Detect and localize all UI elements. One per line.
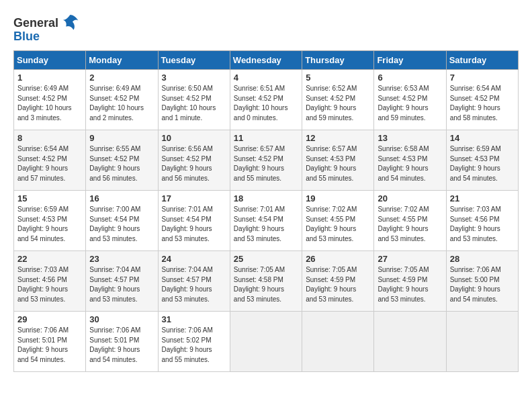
calendar-cell: 5Sunrise: 6:52 AMSunset: 4:52 PMDaylight… [302,70,374,130]
day-number: 1 [17,73,82,83]
cell-info: Sunrise: 7:02 AMSunset: 4:55 PMDaylight:… [378,205,442,244]
calendar-cell: 25Sunrise: 7:05 AMSunset: 4:58 PMDayligh… [230,251,302,312]
day-number: 30 [89,314,154,324]
day-number: 29 [17,314,82,324]
day-number: 6 [378,73,442,83]
calendar-cell: 16Sunrise: 7:00 AMSunset: 4:54 PMDayligh… [86,191,158,251]
cell-info: Sunrise: 7:01 AMSunset: 4:54 PMDaylight:… [162,205,226,244]
cell-info: Sunrise: 6:52 AMSunset: 4:52 PMDaylight:… [306,84,370,123]
calendar-cell: 26Sunrise: 7:05 AMSunset: 4:59 PMDayligh… [302,251,374,312]
day-number: 20 [378,193,442,203]
day-number: 4 [234,73,298,83]
day-number: 11 [234,133,298,143]
calendar-cell: 18Sunrise: 7:01 AMSunset: 4:54 PMDayligh… [230,191,302,251]
cell-info: Sunrise: 7:03 AMSunset: 4:56 PMDaylight:… [17,265,82,304]
calendar-cell: 29Sunrise: 7:06 AMSunset: 5:01 PMDayligh… [14,312,86,372]
header-thursday: Thursday [302,51,374,70]
day-number: 10 [162,133,226,143]
cell-info: Sunrise: 7:06 AMSunset: 5:00 PMDaylight:… [450,265,515,304]
calendar-cell: 14Sunrise: 6:59 AMSunset: 4:53 PMDayligh… [446,130,518,191]
cell-info: Sunrise: 6:49 AMSunset: 4:52 PMDaylight:… [89,84,154,123]
logo-bird-icon [58,13,82,32]
day-number: 23 [89,254,154,264]
week-row-2: 8Sunrise: 6:54 AMSunset: 4:52 PMDaylight… [14,130,519,191]
week-row-3: 15Sunrise: 6:59 AMSunset: 4:53 PMDayligh… [14,191,519,251]
calendar-cell: 19Sunrise: 7:02 AMSunset: 4:55 PMDayligh… [302,191,374,251]
header: General Blue [13,13,519,44]
cell-info: Sunrise: 6:56 AMSunset: 4:52 PMDaylight:… [162,144,226,183]
day-number: 28 [450,254,515,264]
logo-general-text: General [13,16,58,30]
day-number: 22 [17,254,82,264]
cell-info: Sunrise: 7:04 AMSunset: 4:57 PMDaylight:… [162,265,226,304]
cell-info: Sunrise: 6:57 AMSunset: 4:53 PMDaylight:… [306,144,370,183]
calendar-cell [302,312,374,372]
cell-info: Sunrise: 7:04 AMSunset: 4:57 PMDaylight:… [89,265,154,304]
cell-info: Sunrise: 7:05 AMSunset: 4:58 PMDaylight:… [234,265,298,304]
calendar-cell: 21Sunrise: 7:03 AMSunset: 4:56 PMDayligh… [446,191,518,251]
cell-info: Sunrise: 6:50 AMSunset: 4:52 PMDaylight:… [162,84,226,123]
calendar-cell: 24Sunrise: 7:04 AMSunset: 4:57 PMDayligh… [158,251,230,312]
calendar-cell: 7Sunrise: 6:54 AMSunset: 4:52 PMDaylight… [446,70,518,130]
day-number: 24 [162,254,226,264]
calendar-cell: 11Sunrise: 6:57 AMSunset: 4:52 PMDayligh… [230,130,302,191]
calendar-cell: 17Sunrise: 7:01 AMSunset: 4:54 PMDayligh… [158,191,230,251]
day-number: 18 [234,193,298,203]
week-row-4: 22Sunrise: 7:03 AMSunset: 4:56 PMDayligh… [14,251,519,312]
cell-info: Sunrise: 7:06 AMSunset: 5:01 PMDaylight:… [89,326,154,365]
header-wednesday: Wednesday [230,51,302,70]
calendar-cell: 3Sunrise: 6:50 AMSunset: 4:52 PMDaylight… [158,70,230,130]
cell-info: Sunrise: 6:51 AMSunset: 4:52 PMDaylight:… [234,84,298,123]
cell-info: Sunrise: 6:58 AMSunset: 4:53 PMDaylight:… [378,144,442,183]
header-sunday: Sunday [14,51,86,70]
calendar-cell: 6Sunrise: 6:53 AMSunset: 4:52 PMDaylight… [374,70,446,130]
calendar-cell: 15Sunrise: 6:59 AMSunset: 4:53 PMDayligh… [14,191,86,251]
logo-blue-text: Blue [13,30,40,44]
calendar-cell: 9Sunrise: 6:55 AMSunset: 4:52 PMDaylight… [86,130,158,191]
calendar-cell [374,312,446,372]
cell-info: Sunrise: 6:55 AMSunset: 4:52 PMDaylight:… [89,144,154,183]
day-number: 15 [17,193,82,203]
day-number: 9 [89,133,154,143]
cell-info: Sunrise: 7:06 AMSunset: 5:01 PMDaylight:… [17,326,82,365]
calendar-cell: 22Sunrise: 7:03 AMSunset: 4:56 PMDayligh… [14,251,86,312]
calendar-cell [230,312,302,372]
cell-info: Sunrise: 7:06 AMSunset: 5:02 PMDaylight:… [162,326,226,365]
day-number: 16 [89,193,154,203]
cell-info: Sunrise: 7:01 AMSunset: 4:54 PMDaylight:… [234,205,298,244]
week-row-5: 29Sunrise: 7:06 AMSunset: 5:01 PMDayligh… [14,312,519,372]
day-number: 12 [306,133,370,143]
header-monday: Monday [86,51,158,70]
day-number: 19 [306,193,370,203]
cell-info: Sunrise: 6:53 AMSunset: 4:52 PMDaylight:… [378,84,442,123]
calendar-cell: 27Sunrise: 7:05 AMSunset: 4:59 PMDayligh… [374,251,446,312]
day-number: 5 [306,73,370,83]
day-number: 7 [450,73,515,83]
day-number: 17 [162,193,226,203]
cell-info: Sunrise: 6:59 AMSunset: 4:53 PMDaylight:… [450,144,515,183]
cell-info: Sunrise: 7:03 AMSunset: 4:56 PMDaylight:… [450,205,515,244]
calendar-cell: 30Sunrise: 7:06 AMSunset: 5:01 PMDayligh… [86,312,158,372]
header-friday: Friday [374,51,446,70]
calendar-cell: 20Sunrise: 7:02 AMSunset: 4:55 PMDayligh… [374,191,446,251]
cell-info: Sunrise: 7:02 AMSunset: 4:55 PMDaylight:… [306,205,370,244]
calendar-cell [446,312,518,372]
day-number: 14 [450,133,515,143]
cell-info: Sunrise: 7:05 AMSunset: 4:59 PMDaylight:… [378,265,442,304]
day-number: 8 [17,133,82,143]
day-number: 31 [162,314,226,324]
calendar-cell: 2Sunrise: 6:49 AMSunset: 4:52 PMDaylight… [86,70,158,130]
cell-info: Sunrise: 6:54 AMSunset: 4:52 PMDaylight:… [17,144,82,183]
week-row-1: 1Sunrise: 6:49 AMSunset: 4:52 PMDaylight… [14,70,519,130]
calendar-cell: 23Sunrise: 7:04 AMSunset: 4:57 PMDayligh… [86,251,158,312]
calendar-cell: 31Sunrise: 7:06 AMSunset: 5:02 PMDayligh… [158,312,230,372]
day-number: 21 [450,193,515,203]
calendar-cell: 1Sunrise: 6:49 AMSunset: 4:52 PMDaylight… [14,70,86,130]
cell-info: Sunrise: 6:54 AMSunset: 4:52 PMDaylight:… [450,84,515,123]
calendar-cell: 10Sunrise: 6:56 AMSunset: 4:52 PMDayligh… [158,130,230,191]
cell-info: Sunrise: 7:00 AMSunset: 4:54 PMDaylight:… [89,205,154,244]
header-row: SundayMondayTuesdayWednesdayThursdayFrid… [14,51,519,70]
day-number: 13 [378,133,442,143]
calendar-cell: 4Sunrise: 6:51 AMSunset: 4:52 PMDaylight… [230,70,302,130]
calendar-cell: 8Sunrise: 6:54 AMSunset: 4:52 PMDaylight… [14,130,86,191]
